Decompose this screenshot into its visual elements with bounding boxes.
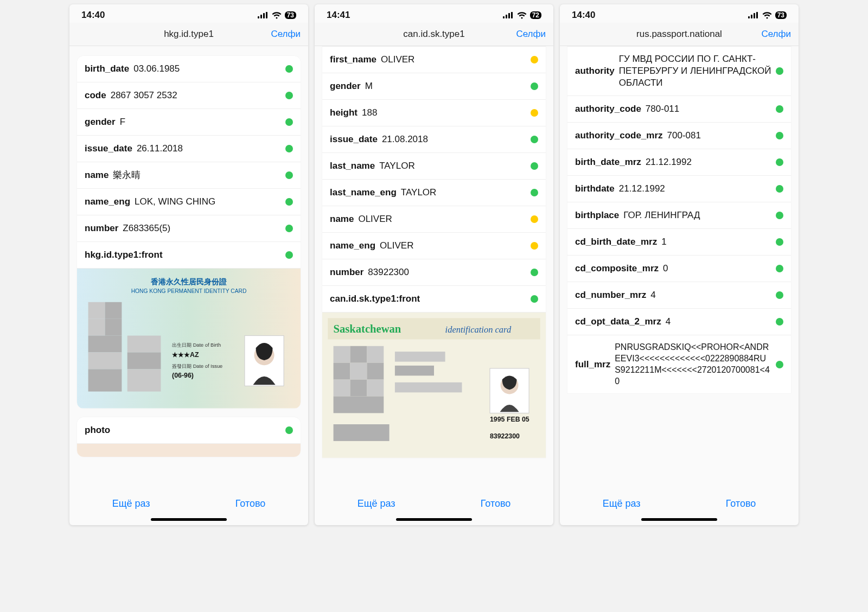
field-row[interactable]: authority_code780-011 xyxy=(567,95,791,122)
field-key: birth_date_mrz xyxy=(575,157,641,168)
retry-button[interactable]: Ещё раз xyxy=(112,498,150,509)
nav-title: rus.passport.national xyxy=(636,29,722,40)
home-indicator[interactable] xyxy=(151,518,227,521)
nav-selfie-button[interactable]: Селфи xyxy=(516,29,546,40)
field-row[interactable]: cd_birth_date_mrz1 xyxy=(567,228,791,255)
field-key: height xyxy=(330,107,358,118)
field-value: 700-081 xyxy=(667,130,771,142)
status-dot xyxy=(531,269,538,276)
svg-rect-3 xyxy=(266,12,267,18)
svg-rect-37 xyxy=(367,363,384,380)
svg-text:Saskatchewan: Saskatchewan xyxy=(334,323,401,335)
cellular-icon xyxy=(748,12,759,18)
home-indicator[interactable] xyxy=(641,518,717,521)
home-indicator[interactable] xyxy=(396,518,472,521)
retry-button[interactable]: Ещё раз xyxy=(358,498,395,509)
field-value: 188 xyxy=(362,107,526,119)
field-row[interactable]: cd_composite_mrz0 xyxy=(567,255,791,282)
status-dot xyxy=(531,295,538,303)
field-key: first_name xyxy=(330,54,376,65)
field-row[interactable]: genderM xyxy=(322,73,546,99)
svg-rect-26 xyxy=(508,13,510,18)
field-row[interactable]: cd_opt_data_2_mrz4 xyxy=(567,308,791,335)
svg-rect-1 xyxy=(260,15,262,18)
field-row[interactable]: birthdate21.12.1992 xyxy=(567,175,791,202)
field-row[interactable]: cd_number_mrz4 xyxy=(567,282,791,308)
field-row[interactable]: name樂永晴 xyxy=(77,162,301,188)
field-value: 03.06.1985 xyxy=(133,63,281,75)
field-row[interactable]: authorityГУ МВД РОССИИ ПО Г. САНКТ-ПЕТЕР… xyxy=(567,46,791,95)
status-bar: 14:40 73 xyxy=(560,4,799,23)
field-row[interactable]: code2867 3057 2532 xyxy=(77,82,301,109)
field-key: issue_date xyxy=(85,143,132,154)
field-value: OLIVER xyxy=(358,213,526,225)
field-row[interactable]: height188 xyxy=(322,99,546,126)
status-dot xyxy=(285,426,293,434)
status-dot xyxy=(776,105,783,113)
svg-rect-24 xyxy=(503,16,505,18)
nav-selfie-button[interactable]: Селфи xyxy=(271,29,301,40)
field-key: can.id.sk.type1:front xyxy=(330,294,420,304)
wifi-icon xyxy=(272,12,282,19)
field-row[interactable]: numberZ683365(5) xyxy=(77,215,301,241)
field-key: authority_code_mrz xyxy=(575,130,663,141)
phone-3: 14:40 73 rus.passport.national Селфи aut… xyxy=(560,4,799,525)
field-row[interactable]: birthplaceГОР. ЛЕНИНГРАД xyxy=(567,202,791,228)
field-row[interactable]: hkg.id.type1:front xyxy=(77,241,301,268)
field-row[interactable]: birth_date_mrz21.12.1992 xyxy=(567,149,791,175)
id-image-row[interactable]: 香港永久性居民身份證 HONG KONG PERMANENT IDENTITY … xyxy=(77,268,301,409)
photo-image-row[interactable] xyxy=(77,443,301,457)
fields-card: birth_date03.06.1985 code2867 3057 2532 … xyxy=(77,56,301,409)
scroll-area[interactable]: authorityГУ МВД РОССИИ ПО Г. САНКТ-ПЕТЕР… xyxy=(560,46,799,489)
svg-rect-0 xyxy=(258,16,259,18)
field-key: birth_date xyxy=(85,63,129,74)
status-dot xyxy=(531,82,538,90)
field-value: TAYLOR xyxy=(401,187,526,199)
field-row[interactable]: number83922300 xyxy=(322,259,546,285)
id-image-row[interactable]: Saskatchewan identification card 1995 FE xyxy=(322,312,546,458)
scroll-area[interactable]: birth_date03.06.1985 code2867 3057 2532 … xyxy=(69,46,308,489)
fields-card: authorityГУ МВД РОССИИ ПО Г. САНКТ-ПЕТЕР… xyxy=(567,46,791,393)
field-row[interactable]: authority_code_mrz700-081 xyxy=(567,122,791,149)
status-dot xyxy=(531,242,538,250)
field-key: birthplace xyxy=(575,210,619,221)
field-key: number xyxy=(85,223,118,234)
svg-rect-45 xyxy=(334,424,390,441)
status-dot xyxy=(776,67,783,75)
field-row[interactable]: name_engOLIVER xyxy=(322,232,546,259)
status-dot xyxy=(776,291,783,299)
svg-rect-43 xyxy=(395,366,434,376)
status-dot xyxy=(285,225,293,232)
field-row[interactable]: full_mrzPNRUSGRADSKIQ<<PROHOR<ANDREEVI3<… xyxy=(567,335,791,393)
status-dot xyxy=(285,198,293,206)
field-row[interactable]: birth_date03.06.1985 xyxy=(77,56,301,82)
status-time: 14:41 xyxy=(327,10,350,21)
retry-button[interactable]: Ещё раз xyxy=(603,498,641,509)
scroll-area[interactable]: first_nameOLIVER genderM height188 issue… xyxy=(315,46,553,489)
field-row[interactable]: name_engLOK, WING CHING xyxy=(77,188,301,215)
field-row[interactable]: can.id.sk.type1:front xyxy=(322,285,546,312)
done-button[interactable]: Готово xyxy=(235,498,266,509)
svg-text:簽發日期 Date of Issue: 簽發日期 Date of Issue xyxy=(172,364,222,369)
field-row[interactable]: last_name_engTAYLOR xyxy=(322,179,546,206)
field-key: photo xyxy=(85,425,110,436)
field-value: LOK, WING CHING xyxy=(135,196,281,208)
field-row[interactable]: genderF xyxy=(77,109,301,135)
photo-preview xyxy=(77,443,301,457)
field-row[interactable]: first_nameOLIVER xyxy=(322,46,546,73)
field-row[interactable]: issue_date21.08.2018 xyxy=(322,126,546,152)
status-dot xyxy=(531,162,538,170)
svg-rect-16 xyxy=(127,369,161,391)
photo-card: photo xyxy=(77,417,301,457)
battery-icon: 73 xyxy=(285,11,296,19)
field-row[interactable]: last_nameTAYLOR xyxy=(322,152,546,179)
done-button[interactable]: Готово xyxy=(726,498,756,509)
field-row[interactable]: photo xyxy=(77,417,301,443)
svg-rect-53 xyxy=(756,12,758,18)
done-button[interactable]: Готово xyxy=(481,498,511,509)
stage: 14:40 73 hkg.id.type1 Селфи birth_date03… xyxy=(0,0,868,612)
nav-selfie-button[interactable]: Селфи xyxy=(761,29,791,40)
field-row[interactable]: nameOLIVER xyxy=(322,206,546,232)
wifi-icon xyxy=(762,12,772,19)
field-row[interactable]: issue_date26.11.2018 xyxy=(77,135,301,162)
